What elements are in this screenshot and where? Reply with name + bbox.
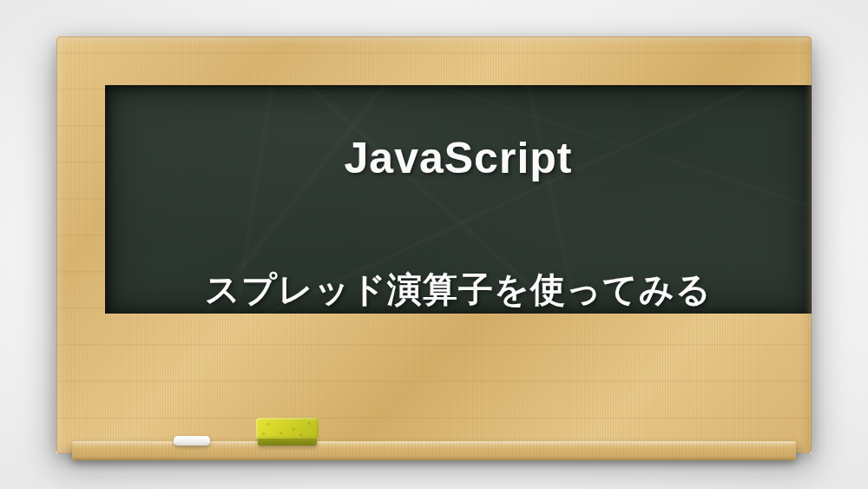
chalkboard-frame: JavaScript スプレッド演算子を使ってみる (56, 36, 812, 453)
eraser-sponge (256, 418, 319, 439)
chalk-icon (174, 436, 210, 446)
chalkboard-container: JavaScript スプレッド演算子を使ってみる (56, 36, 812, 453)
chalkboard-surface: JavaScript スプレッド演算子を使ってみる (105, 85, 812, 314)
board-title: JavaScript (345, 133, 573, 183)
eraser-icon (256, 418, 319, 446)
board-subtitle: スプレッド演算子を使ってみる (205, 266, 712, 314)
